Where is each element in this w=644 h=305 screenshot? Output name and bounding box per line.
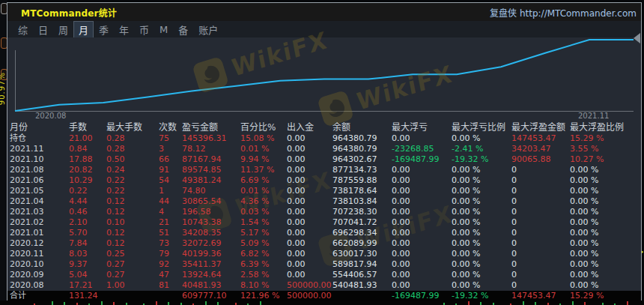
table-cell: 90065.88 — [511, 154, 570, 165]
table-cell: -169487.99 — [392, 291, 452, 301]
table-cell: 0.00 % — [570, 270, 641, 280]
table-cell: 707238.30 — [332, 207, 392, 217]
table-row[interactable]: 2021.044.440.124430865.544.36 %0.0073810… — [7, 196, 641, 207]
table-row[interactable]: 2021.030.460.124196.580.03 %0.00707238.3… — [7, 207, 641, 217]
table-cell: 91 — [159, 165, 182, 175]
table-cell: 0.00 % — [570, 196, 641, 207]
table-row[interactable]: 2021.0820.820.249189574.8511.37 %0.00877… — [7, 165, 641, 175]
x-tick-start: 2020.08 — [35, 112, 66, 120]
table-cell: 21.00 — [69, 133, 106, 144]
candlestick-fragment — [217, 302, 219, 305]
menu-item-月[interactable]: 月 — [74, 22, 93, 37]
table-row[interactable]: 2020.0817.211.008140481.938.10 %500000.0… — [7, 280, 641, 291]
table-cell: 2021.08 — [10, 165, 69, 175]
menu-item-M[interactable]: M — [155, 23, 172, 36]
table-cell: 0.00 — [392, 217, 452, 228]
table-cell: 5.04 — [69, 270, 106, 280]
table-cell: 51 — [159, 228, 182, 238]
table-cell: 0.12 — [106, 228, 159, 238]
table-cell: 0.28 — [106, 144, 159, 154]
table-cell: 0.00 % — [452, 259, 511, 270]
table-cell: 0.00 — [392, 238, 452, 249]
table-cell: 0.46 — [69, 207, 106, 217]
candlestick-fragment — [156, 301, 157, 305]
table-cell: 5.17 % — [240, 228, 287, 238]
table-footer-row[interactable]: 合计131.24609777.10121.96 %500000.00-16948… — [7, 291, 641, 301]
column-header: 最大浮盈比例 — [570, 122, 641, 133]
table-cell: 2021.02 — [10, 217, 69, 228]
table-cell: 0.00 % — [452, 165, 511, 175]
menu-item-账户[interactable]: 账户 — [194, 22, 222, 37]
table-row[interactable]: 2021.015.700.125134208.355.17 %0.0069629… — [7, 228, 641, 238]
table-row[interactable]: 2020.095.040.274713924.642.58 %0.0055440… — [7, 270, 641, 280]
table-cell: 0.25 — [106, 249, 159, 259]
table-cell: 2020.11 — [10, 249, 69, 259]
candlestick-fragment — [113, 302, 115, 305]
table-cell: 7.84 — [69, 238, 106, 249]
table-cell: 17.21 — [69, 280, 106, 291]
menu-item-综[interactable]: 综 — [13, 22, 32, 37]
table-cell: 964380.79 — [332, 133, 392, 144]
table-cell: 4 — [159, 207, 182, 217]
table-cell: 0.00 % — [570, 175, 641, 186]
table-cell: 589817.94 — [332, 259, 392, 270]
table-cell: 0.00 — [392, 270, 452, 280]
table-cell: -19.32 % — [452, 154, 511, 165]
column-header: 盈亏金额 — [182, 122, 240, 133]
table-cell: 10743.38 — [182, 217, 240, 228]
table-cell — [159, 291, 182, 301]
table-row[interactable]: 2020.127.840.127332072.695.09 %0.0066208… — [7, 238, 641, 249]
table-cell: 34203.47 — [511, 144, 570, 154]
table-cell: 0 — [511, 270, 570, 280]
table-cell: 0.00 % — [570, 280, 641, 291]
table-row[interactable]: 2021.0610.290.225449381.246.69 %0.007875… — [7, 175, 641, 186]
table-row[interactable]: 2020.109.370.279235411.376.39 %0.0058981… — [7, 259, 641, 270]
table-cell: 4.36 % — [240, 196, 287, 207]
brand-link[interactable]: 复盘侠 http://MTCommander.com — [490, 6, 637, 19]
table-cell: 0.24 — [106, 165, 159, 175]
title-bar[interactable]: MTCommander统计 复盘侠 http://MTCommander.com — [7, 3, 641, 21]
table-cell: 787559.88 — [332, 175, 392, 186]
table-cell: 0.00 % — [570, 207, 641, 217]
candlestick-fragment — [168, 302, 169, 305]
table-cell: 500000.00 — [287, 280, 332, 291]
table-cell: 2020.09 — [10, 270, 69, 280]
menu-item-日[interactable]: 日 — [34, 22, 52, 37]
menu-item-备[interactable]: 备 — [174, 22, 192, 37]
table-cell: 0.03 % — [240, 207, 287, 217]
menu-item-季[interactable]: 季 — [94, 22, 113, 37]
table-cell: 145396.31 — [182, 133, 240, 144]
table-cell: 0.00 % — [452, 186, 511, 196]
table-row[interactable]: 2021.022.100.102110743.381.54 %0.0070704… — [7, 217, 641, 228]
chart-level-arrow[interactable] — [634, 33, 640, 43]
table-cell: 5.09 % — [240, 238, 287, 249]
table-cell: 0.22 — [69, 186, 106, 196]
table-row[interactable]: 2020.118.030.257940199.366.82 %0.0063001… — [7, 249, 641, 259]
column-header: 月份 — [10, 122, 69, 133]
table-cell: 0.12 — [106, 207, 159, 217]
menu-item-周[interactable]: 周 — [54, 22, 73, 37]
table-cell: 0.00 % — [452, 280, 511, 291]
table-cell: 0.00 % — [452, 196, 511, 207]
table-cell: 0.00 — [287, 270, 332, 280]
table-cell: 0 — [511, 228, 570, 238]
menu-item-币[interactable]: 币 — [135, 22, 154, 37]
table-cell: 707041.72 — [332, 217, 392, 228]
table-cell: 0 — [511, 259, 570, 270]
table-cell: 10.29 — [69, 175, 106, 186]
table-row[interactable]: 2021.110.840.28378.120.01 %0.00964380.79… — [7, 144, 641, 154]
menu-item-年[interactable]: 年 — [115, 22, 133, 37]
table-row[interactable]: 2021.1017.880.506687167.949.94 %0.009643… — [7, 154, 641, 165]
table-row[interactable]: 持仓21.000.2875145396.3115.08 %0.00964380.… — [7, 133, 641, 144]
column-header: 余额 — [332, 122, 392, 133]
table-cell: 9.94 % — [240, 154, 287, 165]
table-cell: 0.00 % — [452, 238, 511, 249]
table-cell: 630017.30 — [332, 249, 392, 259]
table-row[interactable]: 2021.050.220.22174.800.01 %0.00738178.64… — [7, 186, 641, 196]
table-cell: 0.00 % — [570, 217, 641, 228]
table-cell: 0.00 — [287, 228, 332, 238]
table-cell: 0.00 % — [570, 186, 641, 196]
balance-chart: 2020.08 2021.11 — [7, 37, 641, 122]
balance-line-chart — [7, 37, 641, 122]
candlestick-fragment — [52, 301, 53, 305]
